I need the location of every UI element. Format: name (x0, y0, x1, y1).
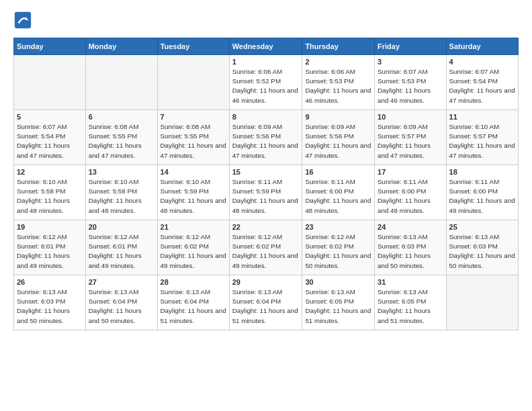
day-info: Sunrise: 6:13 AM Sunset: 6:04 PM Dayligh… (89, 287, 154, 326)
day-number: 11 (449, 113, 515, 121)
day-number: 29 (232, 278, 300, 286)
day-info: Sunrise: 6:12 AM Sunset: 6:01 PM Dayligh… (17, 232, 83, 271)
day-info: Sunrise: 6:12 AM Sunset: 6:01 PM Dayligh… (89, 232, 154, 271)
day-number: 14 (161, 168, 226, 176)
calendar-cell (14, 55, 86, 110)
calendar-cell: 25Sunrise: 6:13 AM Sunset: 6:03 PM Dayli… (446, 220, 518, 275)
day-info: Sunrise: 6:06 AM Sunset: 5:53 PM Dayligh… (305, 67, 371, 105)
day-info: Sunrise: 6:11 AM Sunset: 6:00 PM Dayligh… (449, 177, 515, 216)
day-info: Sunrise: 6:11 AM Sunset: 5:59 PM Dayligh… (232, 177, 300, 216)
calendar-cell: 23Sunrise: 6:12 AM Sunset: 6:02 PM Dayli… (302, 220, 375, 275)
calendar-cell: 18Sunrise: 6:11 AM Sunset: 6:00 PM Dayli… (446, 165, 518, 220)
calendar-cell: 10Sunrise: 6:09 AM Sunset: 5:57 PM Dayli… (375, 110, 447, 165)
day-number: 19 (17, 223, 83, 231)
day-info: Sunrise: 6:13 AM Sunset: 6:05 PM Dayligh… (305, 287, 371, 326)
calendar-cell: 8Sunrise: 6:09 AM Sunset: 5:56 PM Daylig… (229, 110, 302, 165)
col-header-friday: Friday (375, 38, 447, 55)
day-number: 3 (378, 58, 443, 66)
day-number: 30 (305, 278, 371, 286)
calendar-table: SundayMondayTuesdayWednesdayThursdayFrid… (13, 38, 519, 330)
day-info: Sunrise: 6:13 AM Sunset: 6:04 PM Dayligh… (232, 287, 300, 326)
calendar-cell: 9Sunrise: 6:09 AM Sunset: 5:56 PM Daylig… (302, 110, 375, 165)
day-number: 6 (89, 113, 154, 121)
calendar-cell: 30Sunrise: 6:13 AM Sunset: 6:05 PM Dayli… (302, 275, 375, 330)
day-number: 7 (161, 113, 226, 121)
day-info: Sunrise: 6:07 AM Sunset: 5:53 PM Dayligh… (378, 67, 443, 105)
day-info: Sunrise: 6:11 AM Sunset: 6:00 PM Dayligh… (378, 177, 443, 216)
day-number: 9 (305, 113, 371, 121)
day-info: Sunrise: 6:13 AM Sunset: 6:03 PM Dayligh… (17, 287, 83, 326)
calendar-cell: 11Sunrise: 6:10 AM Sunset: 5:57 PM Dayli… (446, 110, 518, 165)
day-info: Sunrise: 6:09 AM Sunset: 5:56 PM Dayligh… (232, 122, 300, 161)
day-info: Sunrise: 6:12 AM Sunset: 6:02 PM Dayligh… (232, 232, 300, 271)
day-number: 25 (449, 223, 515, 231)
day-number: 17 (378, 168, 443, 176)
calendar-cell: 3Sunrise: 6:07 AM Sunset: 5:53 PM Daylig… (375, 55, 447, 110)
col-header-sunday: Sunday (14, 38, 86, 55)
calendar-cell: 13Sunrise: 6:10 AM Sunset: 5:58 PM Dayli… (85, 165, 157, 220)
calendar-cell (446, 275, 518, 330)
calendar-cell: 27Sunrise: 6:13 AM Sunset: 6:04 PM Dayli… (85, 275, 157, 330)
day-number: 24 (378, 223, 443, 231)
day-number: 8 (232, 113, 300, 121)
day-info: Sunrise: 6:08 AM Sunset: 5:55 PM Dayligh… (89, 122, 154, 161)
calendar-cell: 15Sunrise: 6:11 AM Sunset: 5:59 PM Dayli… (229, 165, 302, 220)
day-info: Sunrise: 6:09 AM Sunset: 5:57 PM Dayligh… (378, 122, 443, 161)
day-info: Sunrise: 6:13 AM Sunset: 6:03 PM Dayligh… (449, 232, 515, 271)
calendar-cell: 17Sunrise: 6:11 AM Sunset: 6:00 PM Dayli… (375, 165, 447, 220)
calendar-cell: 26Sunrise: 6:13 AM Sunset: 6:03 PM Dayli… (14, 275, 86, 330)
day-info: Sunrise: 6:07 AM Sunset: 5:54 PM Dayligh… (449, 67, 515, 105)
day-number: 20 (89, 223, 154, 231)
day-info: Sunrise: 6:13 AM Sunset: 6:03 PM Dayligh… (378, 232, 443, 271)
calendar-cell: 14Sunrise: 6:10 AM Sunset: 5:59 PM Dayli… (157, 165, 229, 220)
calendar-cell: 12Sunrise: 6:10 AM Sunset: 5:58 PM Dayli… (14, 165, 86, 220)
calendar-cell (157, 55, 229, 110)
calendar-cell: 7Sunrise: 6:08 AM Sunset: 5:55 PM Daylig… (157, 110, 229, 165)
day-number: 21 (161, 223, 226, 231)
day-number: 1 (232, 58, 300, 66)
calendar-cell: 1Sunrise: 6:06 AM Sunset: 5:52 PM Daylig… (229, 55, 302, 110)
day-info: Sunrise: 6:07 AM Sunset: 5:54 PM Dayligh… (17, 122, 83, 161)
svg-rect-0 (15, 12, 31, 28)
day-info: Sunrise: 6:12 AM Sunset: 6:02 PM Dayligh… (161, 232, 226, 271)
day-number: 15 (232, 168, 300, 176)
col-header-monday: Monday (85, 38, 157, 55)
day-number: 22 (232, 223, 300, 231)
day-number: 23 (305, 223, 371, 231)
col-header-saturday: Saturday (446, 38, 518, 55)
calendar-cell: 5Sunrise: 6:07 AM Sunset: 5:54 PM Daylig… (14, 110, 86, 165)
day-info: Sunrise: 6:06 AM Sunset: 5:52 PM Dayligh… (232, 67, 300, 105)
day-number: 18 (449, 168, 515, 176)
day-info: Sunrise: 6:10 AM Sunset: 5:58 PM Dayligh… (89, 177, 154, 216)
calendar-cell: 29Sunrise: 6:13 AM Sunset: 6:04 PM Dayli… (229, 275, 302, 330)
calendar-cell: 28Sunrise: 6:13 AM Sunset: 6:04 PM Dayli… (157, 275, 229, 330)
day-info: Sunrise: 6:11 AM Sunset: 6:00 PM Dayligh… (305, 177, 371, 216)
day-info: Sunrise: 6:10 AM Sunset: 5:58 PM Dayligh… (17, 177, 83, 216)
day-info: Sunrise: 6:13 AM Sunset: 6:05 PM Dayligh… (378, 287, 443, 326)
day-number: 26 (17, 278, 83, 286)
calendar-cell: 2Sunrise: 6:06 AM Sunset: 5:53 PM Daylig… (302, 55, 375, 110)
calendar-cell: 20Sunrise: 6:12 AM Sunset: 6:01 PM Dayli… (85, 220, 157, 275)
logo-icon (13, 11, 32, 30)
calendar-cell: 31Sunrise: 6:13 AM Sunset: 6:05 PM Dayli… (375, 275, 447, 330)
day-info: Sunrise: 6:08 AM Sunset: 5:55 PM Dayligh… (161, 122, 226, 161)
logo (13, 11, 35, 30)
day-number: 31 (378, 278, 443, 286)
day-number: 10 (378, 113, 443, 121)
day-info: Sunrise: 6:09 AM Sunset: 5:56 PM Dayligh… (305, 122, 371, 161)
day-info: Sunrise: 6:13 AM Sunset: 6:04 PM Dayligh… (161, 287, 226, 326)
calendar-cell: 4Sunrise: 6:07 AM Sunset: 5:54 PM Daylig… (446, 55, 518, 110)
calendar-cell: 16Sunrise: 6:11 AM Sunset: 6:00 PM Dayli… (302, 165, 375, 220)
day-number: 12 (17, 168, 83, 176)
day-number: 13 (89, 168, 154, 176)
calendar-cell (85, 55, 157, 110)
day-number: 16 (305, 168, 371, 176)
col-header-thursday: Thursday (302, 38, 375, 55)
day-number: 27 (89, 278, 154, 286)
calendar-cell: 24Sunrise: 6:13 AM Sunset: 6:03 PM Dayli… (375, 220, 447, 275)
day-number: 28 (161, 278, 226, 286)
day-info: Sunrise: 6:10 AM Sunset: 5:59 PM Dayligh… (161, 177, 226, 216)
day-number: 5 (17, 113, 83, 121)
calendar-cell: 22Sunrise: 6:12 AM Sunset: 6:02 PM Dayli… (229, 220, 302, 275)
day-number: 2 (305, 58, 371, 66)
